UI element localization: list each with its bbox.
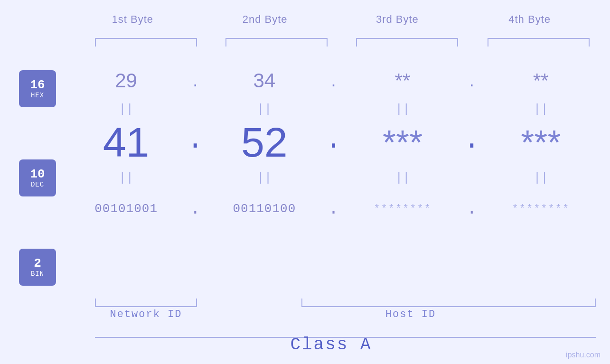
byte3-header: 3rd Byte [331,13,464,26]
network-id-bracket [95,299,197,307]
eq-row-1: || || || || [66,100,601,119]
eq-1-b1: || [66,102,186,116]
dec-cell-2: 52 [205,118,324,167]
bin-row: 00101001 . 00110100 . ******** . *******… [66,190,601,228]
byte-headers: 1st Byte 2nd Byte 3rd Byte 4th Byte [66,13,596,26]
dec-dot-2: . [324,124,343,161]
bin-cell-2: 00110100 [205,202,324,216]
hex-badge-label: HEX [31,92,44,99]
dec-val-1: 41 [103,119,150,166]
rows-container: 29 . 34 . ** . ** || || || || [66,62,601,228]
bin-badge-num: 2 [34,257,41,271]
hex-val-2: 34 [253,69,276,92]
bin-badge: 2 BIN [19,249,56,286]
eq-row-2: || || || || [66,166,601,190]
dec-badge: 10 DEC [19,159,56,196]
network-id-label: Network ID [95,308,197,320]
bin-cell-4: ******** [481,203,601,215]
dec-cell-4: *** [481,123,601,162]
dec-cell-1: 41 [66,118,186,167]
bin-cell-1: 00101001 [66,202,186,216]
host-id-label: Host ID [225,308,596,320]
bracket-byte4 [488,38,590,47]
hex-cell-4: ** [481,69,601,92]
dec-val-2: 52 [241,119,288,166]
bin-val-1: 00101001 [94,202,158,216]
hex-cell-3: ** [343,69,462,92]
dec-row: 41 . 52 . *** . *** [66,119,601,166]
eq-2-b2: || [205,171,324,185]
dec-badge-num: 10 [30,168,45,181]
host-id-bracket [301,299,596,307]
bin-cell-3: ******** [343,203,462,215]
base-badges: 16 HEX 10 DEC 2 BIN [19,70,56,286]
hex-cell-1: 29 [66,69,186,92]
eq-2-b1: || [66,171,186,185]
hex-dot-3: . [462,71,481,91]
byte2-header: 2nd Byte [199,13,331,26]
hex-val-1: 29 [115,69,137,92]
bin-badge-label: BIN [31,270,44,278]
eq-2-b3: || [343,171,462,185]
dec-badge-label: DEC [31,181,44,188]
dec-val-4: *** [521,123,561,161]
hex-badge: 16 HEX [19,70,56,107]
hex-val-3: ** [395,69,411,92]
bracket-byte3 [356,38,458,47]
hex-val-4: ** [533,69,549,92]
eq-1-b2: || [205,102,324,116]
byte4-header: 4th Byte [463,13,596,26]
bin-val-2: 00110100 [233,202,296,216]
bin-dot-2: . [324,199,343,219]
dec-cell-3: *** [343,123,462,162]
hex-dot-1: . [186,71,205,91]
eq-1-b4: || [481,102,601,116]
eq-2-b4: || [481,171,601,185]
bracket-byte1 [95,38,197,47]
class-label: Class A [66,335,596,355]
bin-dot-1: . [186,199,205,219]
hex-cell-2: 34 [205,69,324,92]
hex-row: 29 . 34 . ** . ** [66,62,601,100]
dec-val-3: *** [383,123,422,161]
main-container: 1st Byte 2nd Byte 3rd Byte 4th Byte 16 H… [0,0,610,364]
dec-dot-3: . [462,124,481,161]
dec-dot-1: . [186,124,205,161]
bin-dot-3: . [462,199,481,219]
byte1-header: 1st Byte [66,13,199,26]
watermark: ipshu.com [566,351,601,359]
bracket-byte2 [225,38,328,47]
bin-val-3: ******** [374,203,432,215]
bin-val-4: ******** [512,203,570,215]
bottom-brackets [95,299,596,307]
hex-dot-2: . [324,71,343,91]
eq-1-b3: || [343,102,462,116]
hex-badge-num: 16 [30,78,45,92]
